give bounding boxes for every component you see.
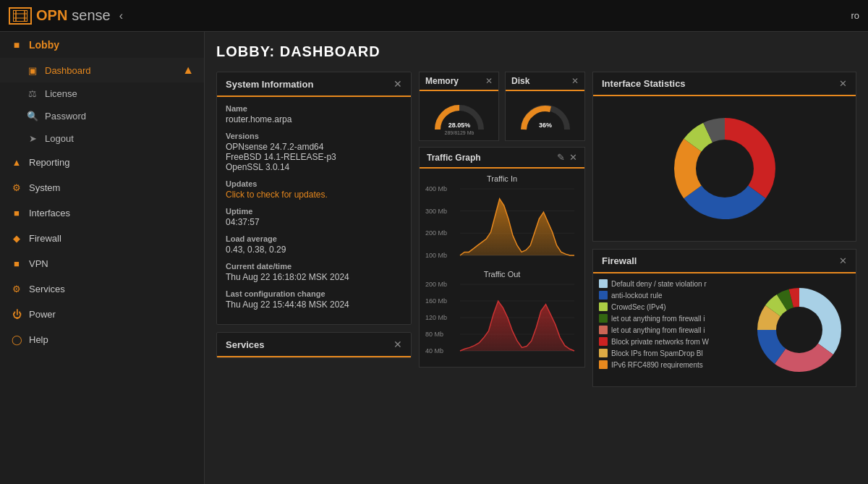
memory-widget: Memory ✕ 28.05% 289/8129 Mb <box>419 72 499 141</box>
topbar: OPNsense ‹ ro <box>0 0 868 32</box>
traffic-in-label: Traffic In <box>425 174 579 183</box>
sidebar-services-label: Services <box>29 284 65 294</box>
interface-stats-widget: Interface Statistics ✕ <box>592 72 856 242</box>
firewall-title: Firewall <box>602 255 637 266</box>
sysinfo-datetime-value: Thu Aug 22 16:18:02 MSK 2024 <box>226 272 402 282</box>
sysinfo-config-value: Thu Aug 22 15:44:48 MSK 2024 <box>226 300 402 310</box>
iface-stats-body <box>593 96 856 241</box>
memory-gauge-svg: 28.05% 289/8129 Mb <box>430 97 488 135</box>
logout-icon: ➤ <box>26 133 39 144</box>
fw-legend-item: anti-lockout rule <box>599 291 743 300</box>
sidebar-section-vpn[interactable]: ■ VPN <box>0 251 204 276</box>
sysinfo-name-label: Name <box>226 104 402 113</box>
logo-icon <box>9 7 32 25</box>
dashboard-active-icon: ▲ <box>182 64 194 77</box>
fw-legend-label: CrowdSec (IPv4) <box>611 303 666 311</box>
fw-legend-item: CrowdSec (IPv4) <box>599 302 743 311</box>
sysinfo-uptime-value: 04:37:57 <box>226 217 402 227</box>
sidebar-section-power[interactable]: ⏻ Power <box>0 302 204 327</box>
right-column: Interface Statistics ✕ Firewall ✕ Defaul… <box>592 72 856 387</box>
sysinfo-load-label: Load average <box>226 234 402 243</box>
interfaces-icon: ■ <box>10 208 23 218</box>
services-close[interactable]: ✕ <box>393 339 402 350</box>
sysinfo-updates: Updates Click to check for updates. <box>226 179 402 200</box>
system-info-widget: System Information ✕ Name router.home.ar… <box>216 72 412 325</box>
fw-legend-label: anti-lockout rule <box>611 292 663 300</box>
firewall-icon: ◆ <box>10 233 23 244</box>
sysinfo-load-value: 0.43, 0.38, 0.29 <box>226 245 402 255</box>
memory-close[interactable]: ✕ <box>485 76 493 86</box>
sysinfo-uptime-label: Uptime <box>226 207 402 216</box>
sidebar-item-license[interactable]: ⚖ License <box>0 82 204 105</box>
fw-legend-swatch <box>599 349 608 357</box>
vpn-icon: ■ <box>10 258 23 269</box>
memory-title: Memory <box>425 76 459 86</box>
sidebar-label-dashboard: Dashboard <box>45 65 91 76</box>
fw-legend-swatch <box>599 302 608 311</box>
sysinfo-uptime: Uptime 04:37:57 <box>226 207 402 227</box>
firewall-close[interactable]: ✕ <box>839 255 847 266</box>
sidebar-help-label: Help <box>29 334 48 345</box>
sidebar-section-firewall[interactable]: ◆ Firewall <box>0 226 204 251</box>
sysinfo-updates-link[interactable]: Click to check for updates. <box>226 190 402 200</box>
iface-stats-close[interactable]: ✕ <box>839 78 847 89</box>
help-icon: ◯ <box>10 334 23 345</box>
lobby-label: Lobby <box>29 39 59 51</box>
traffic-graph-edit[interactable]: ✎ <box>557 152 565 163</box>
sidebar-section-interfaces[interactable]: ■ Interfaces <box>0 200 204 226</box>
svg-text:28.05%: 28.05% <box>448 122 470 129</box>
sidebar-interfaces-label: Interfaces <box>29 208 70 218</box>
traffic-graph-close[interactable]: ✕ <box>569 152 577 163</box>
fw-legend-swatch <box>599 279 608 288</box>
logo: OPNsense <box>9 7 111 25</box>
sidebar-item-dashboard[interactable]: ▣ Dashboard ▲ <box>0 58 204 82</box>
sidebar-section-services[interactable]: ⚙ Services <box>0 276 204 302</box>
system-info-body: Name router.home.arpa Versions OPNsense … <box>217 97 411 324</box>
sidebar-vpn-label: VPN <box>29 258 48 269</box>
fw-legend-swatch <box>599 291 608 300</box>
sysinfo-config-label: Last configuration change <box>226 289 402 298</box>
services-icon: ⚙ <box>10 284 23 294</box>
sidebar: ■ Lobby ▣ Dashboard ▲ ⚖ License 🔍 Passwo… <box>0 32 205 484</box>
sidebar-section-help[interactable]: ◯ Help <box>0 327 204 352</box>
fw-legend-label: Default deny / state violation r <box>611 280 707 288</box>
iface-stats-title: Interface Statistics <box>602 78 686 89</box>
fw-legend-item: IPv6 RFC4890 requirements <box>599 360 743 369</box>
fw-legend-swatch <box>599 337 608 346</box>
fw-legend-label: IPv6 RFC4890 requirements <box>611 361 703 369</box>
traffic-graph-widget: Traffic Graph ✎ ✕ Traffic In Traffic Out <box>419 147 585 368</box>
sidebar-section-reporting[interactable]: ▲ Reporting <box>0 150 204 175</box>
sysinfo-datetime: Current date/time Thu Aug 22 16:18:02 MS… <box>226 262 402 282</box>
disk-title: Disk <box>511 76 529 86</box>
sidebar-firewall-label: Firewall <box>29 233 61 244</box>
content-area: LOBBY: DASHBOARD System Information ✕ Na… <box>205 32 868 484</box>
sidebar-section-lobby[interactable]: ■ Lobby <box>0 32 204 58</box>
fw-legend-label: let out anything from firewall i <box>611 315 705 323</box>
sysinfo-version2: FreeBSD 14.1-RELEASE-p3 <box>226 152 402 162</box>
sidebar-section-system[interactable]: ⚙ System <box>0 175 204 200</box>
sysinfo-versions: Versions OPNsense 24.7.2-amd64 FreeBSD 1… <box>226 132 402 172</box>
fw-legend-item: Default deny / state violation r <box>599 279 743 288</box>
logo-opn: OPN <box>36 7 67 24</box>
firewall-body: Default deny / state violation ranti-loc… <box>593 273 856 386</box>
fw-legend-swatch <box>599 360 608 369</box>
firewall-header: Firewall ✕ <box>593 250 856 273</box>
sidebar-item-logout[interactable]: ➤ Logout <box>0 127 204 150</box>
fw-legend-label: Block IPs from SpamDrop Bl <box>611 349 703 357</box>
firewall-legend: Default deny / state violation ranti-loc… <box>599 279 743 381</box>
disk-close[interactable]: ✕ <box>571 76 579 86</box>
middle-column: Memory ✕ 28.05% 289/8129 Mb <box>419 72 585 387</box>
svg-text:289/8129 Mb: 289/8129 Mb <box>444 130 474 135</box>
disk-body: 36% <box>506 91 584 140</box>
fw-legend-item: Block private networks from W <box>599 337 743 346</box>
sysinfo-version1: OPNsense 24.7.2-amd64 <box>226 142 402 152</box>
logo-sense: sense <box>72 7 110 24</box>
system-info-close[interactable]: ✕ <box>393 78 402 90</box>
collapse-sidebar-button[interactable]: ‹ <box>119 9 123 22</box>
fw-legend-item: Block IPs from SpamDrop Bl <box>599 349 743 357</box>
gauges-row: Memory ✕ 28.05% 289/8129 Mb <box>419 72 585 141</box>
svg-text:36%: 36% <box>538 122 551 129</box>
sidebar-item-password[interactable]: 🔍 Password <box>0 105 204 127</box>
left-column: System Information ✕ Name router.home.ar… <box>216 72 412 387</box>
sysinfo-versions-label: Versions <box>226 132 402 140</box>
